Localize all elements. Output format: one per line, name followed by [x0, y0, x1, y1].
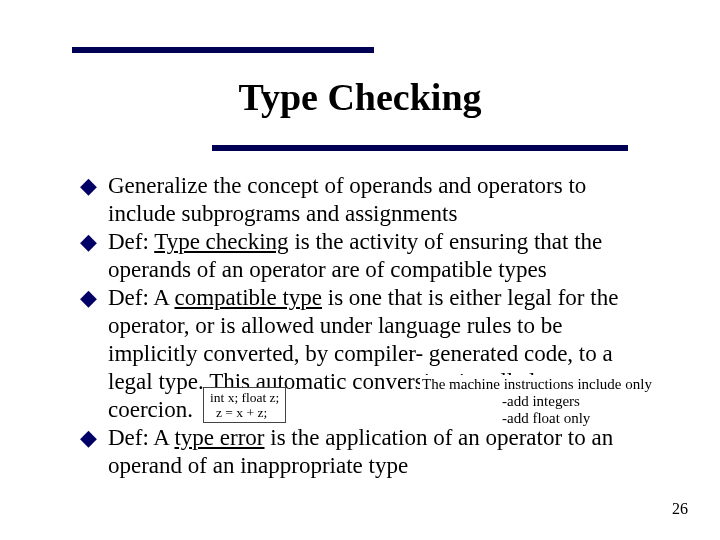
bullet-icon: ◆ [80, 424, 108, 480]
code-line: z = x + z; [210, 405, 279, 420]
list-item: ◆ Def: Type checking is the activity of … [80, 228, 640, 284]
item-text: Def: Type checking is the activity of en… [108, 228, 640, 284]
bullet-icon: ◆ [80, 172, 108, 228]
bullet-icon: ◆ [80, 228, 108, 284]
note-line: -add integers [422, 393, 718, 410]
slide-title: Type Checking [0, 75, 720, 119]
page-number: 26 [672, 500, 688, 518]
content-area: ◆ Generalize the concept of operands and… [80, 172, 640, 480]
code-inset: int x; float z; z = x + z; [203, 387, 286, 423]
bullet-icon: ◆ [80, 284, 108, 424]
underline-term: Type checking [154, 229, 288, 254]
note-line: The machine instructions include only [422, 376, 718, 393]
rule-top [72, 47, 374, 53]
item-text: Generalize the concept of operands and o… [108, 172, 640, 228]
note-line: -add float only [422, 410, 718, 427]
list-item: ◆ Generalize the concept of operands and… [80, 172, 640, 228]
rule-mid [212, 145, 628, 151]
underline-term: compatible type [174, 285, 322, 310]
list-item: ◆ Def: A type error is the application o… [80, 424, 640, 480]
item-text: Def: A type error is the application of … [108, 424, 640, 480]
code-line: int x; float z; [210, 390, 279, 405]
underline-term: type error [174, 425, 264, 450]
machine-note: The machine instructions include only -a… [420, 375, 720, 428]
